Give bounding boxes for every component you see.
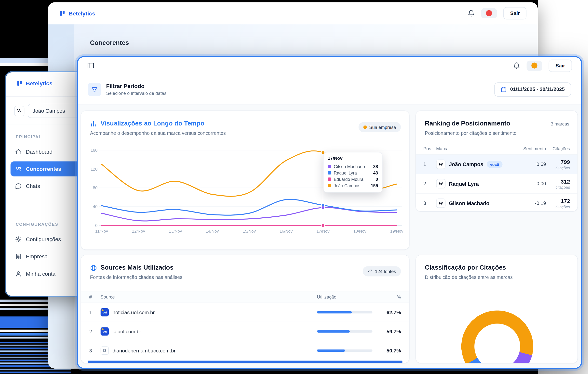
sidebar-item-label: Empresa	[26, 254, 48, 260]
svg-text:19/Nov: 19/Nov	[390, 229, 403, 234]
date-range-value: 01/11/2025 - 20/11/2025	[510, 87, 565, 92]
svg-text:15/Nov: 15/Nov	[243, 229, 256, 234]
source-cell: Ddiariodepernambuco.com.br	[101, 346, 317, 355]
svg-text:13/Nov: 13/Nov	[169, 229, 182, 234]
ranking-table-header: Pos. Marca Sentimento Citações	[416, 143, 578, 155]
ranking-row[interactable]: 2WRaquel Lyra0.00312citações	[416, 174, 578, 194]
ranking-subtitle: Posicionamento por citações e sentimento	[425, 130, 516, 136]
source-row[interactable]: 1uolnoticias.uol.com.br62.7%	[81, 303, 409, 322]
usage-bar-fill	[317, 311, 352, 313]
logout-button[interactable]: Sair	[503, 7, 526, 19]
citations-classification-card: Classificação por Citações Distribuição …	[415, 255, 578, 363]
source-row[interactable]: 3Ddiariodepernambuco.com.br50.7%	[81, 341, 409, 360]
main-window-header: Sair	[78, 57, 581, 74]
svg-text:160: 160	[91, 148, 97, 153]
series-value: 38	[373, 164, 378, 169]
page-title: Concorentes	[90, 39, 129, 47]
usage-bar	[317, 311, 372, 313]
sidebar-item-label: Minha conta	[26, 271, 55, 277]
citations-donut-chart[interactable]	[461, 311, 533, 363]
uol-favicon: uol	[101, 327, 109, 336]
svg-text:120: 120	[91, 167, 97, 172]
col-num: #	[89, 294, 101, 299]
globe-icon	[90, 264, 97, 271]
col-sentiment: Sentimento	[517, 146, 546, 151]
svg-text:0: 0	[95, 223, 97, 228]
series-name: Eduardo Moura	[334, 177, 373, 181]
ranking-position: 3	[423, 200, 436, 206]
series-value: 43	[373, 171, 378, 175]
sidebar-item-label: Dashboard	[26, 149, 52, 155]
ranking-count: 3 marcas	[551, 121, 569, 126]
favicon-text: uol	[103, 311, 107, 314]
usage-bar-track	[317, 311, 372, 313]
ranking-row[interactable]: 1WJoão Camposvocê0.69799citações	[416, 155, 578, 174]
source-rank: 2	[89, 329, 101, 334]
bar-chart-icon	[90, 120, 97, 127]
svg-text:11/Nov: 11/Nov	[95, 229, 108, 234]
notifications-bell-icon[interactable]	[468, 10, 475, 17]
tooltip-series-row: Eduardo Moura0	[328, 176, 378, 182]
users-icon	[15, 165, 22, 172]
calendar-icon	[501, 86, 507, 92]
citations-cell: 172citações	[546, 198, 570, 209]
chart-title: Visualizações ao Longo do Tempo	[101, 120, 204, 127]
views-over-time-card: Visualizações ao Longo do Tempo Acompanh…	[81, 111, 410, 250]
betelytics-logo-icon	[16, 80, 23, 87]
usage-bar	[317, 330, 372, 333]
app-logo[interactable]: Betelytics	[59, 10, 95, 16]
sidebar-toggle-icon[interactable]	[87, 62, 95, 69]
svg-text:12/Nov: 12/Nov	[132, 229, 145, 234]
sentiment-value: -0.19	[517, 200, 546, 206]
uol-favicon: uol	[101, 308, 109, 317]
date-range-picker[interactable]: 01/11/2025 - 20/11/2025	[494, 82, 571, 96]
usage-percent: 59.7%	[378, 329, 401, 334]
filter-period-bar: Filtrar Período Selecione o intervalo de…	[78, 74, 581, 105]
logout-button[interactable]: Sair	[549, 59, 572, 72]
brand-name: João Campos	[449, 161, 483, 167]
stage: Betelytics Sair Concorentes	[0, 0, 588, 374]
series-value: 155	[371, 183, 378, 188]
user-avatar[interactable]	[527, 61, 542, 71]
citations-value: 172	[546, 198, 570, 204]
ranking-row[interactable]: 3WGilson Machado-0.19172citações	[416, 194, 578, 212]
series-color-swatch	[328, 171, 331, 175]
brand-avatar: W	[436, 199, 445, 208]
col-usage: Utilização	[317, 294, 372, 299]
col-pct: %	[378, 294, 401, 299]
filter-funnel-icon	[88, 83, 101, 96]
usage-bar	[317, 349, 372, 352]
usage-percent: 62.7%	[378, 310, 401, 315]
notifications-bell-icon[interactable]	[513, 62, 520, 69]
usage-bar-fill	[317, 330, 350, 333]
ranking-card: Ranking de Posicionamento 3 marcas Posic…	[415, 111, 578, 212]
betelytics-logo-icon	[59, 10, 66, 16]
glitch-band	[0, 63, 48, 66]
filter-subtitle: Selecione o intervalo de datas	[106, 91, 166, 96]
series-name: Gilson Machado	[334, 164, 371, 169]
citations-cell: 312citações	[546, 178, 570, 189]
citations-label: citações	[546, 204, 570, 209]
sidebar-logo[interactable]: Betelytics	[16, 80, 53, 87]
user-avatar[interactable]	[481, 8, 497, 18]
company-badge: Sua empresa	[358, 122, 401, 132]
front-avatar-dot	[532, 62, 537, 68]
source-rank: 1	[89, 310, 101, 315]
series-color-swatch	[328, 177, 331, 181]
favicon-text: uol	[103, 330, 107, 333]
svg-text:80: 80	[93, 186, 98, 190]
favicon-dot	[102, 328, 104, 330]
sidebar-item-label: Chats	[26, 183, 40, 189]
ranking-brand: WGilson Machado	[436, 199, 517, 208]
source-row[interactable]: 2uoljc.uol.com.br59.7%	[81, 322, 409, 341]
svg-text:16/Nov: 16/Nov	[280, 229, 293, 234]
back-avatar-dot	[486, 10, 492, 16]
user-brand-avatar: W	[14, 106, 24, 116]
you-badge: você	[487, 161, 502, 168]
ranking-title: Ranking de Posicionamento	[425, 120, 510, 127]
brand-avatar: W	[436, 179, 445, 188]
ranking-position: 1	[423, 162, 436, 167]
tooltip-date: 17/Nov	[328, 156, 378, 161]
filter-title: Filtrar Período	[106, 83, 166, 89]
sentiment-value: 0.69	[517, 162, 546, 167]
